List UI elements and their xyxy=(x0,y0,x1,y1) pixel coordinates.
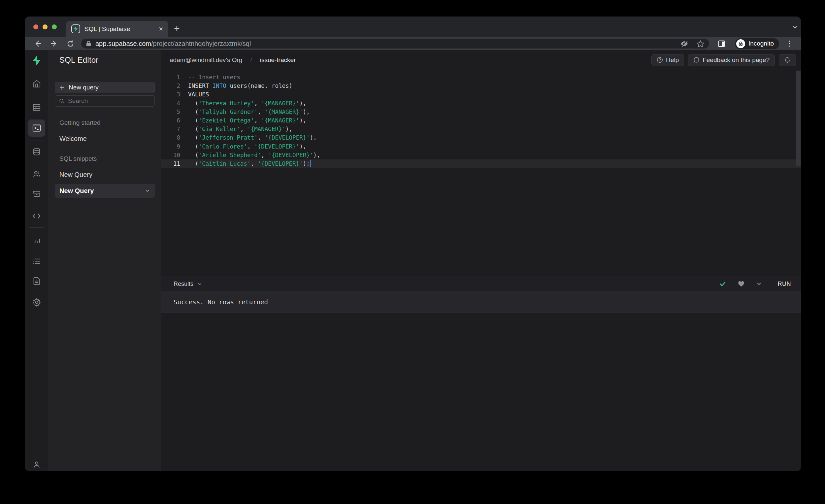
bell-icon xyxy=(784,57,791,63)
incognito-icon xyxy=(736,39,745,48)
line-number: 3 xyxy=(161,90,180,99)
sidebar-item-new-query-selected[interactable]: New Query xyxy=(55,184,155,198)
logs-icon[interactable] xyxy=(32,257,41,266)
supabase-app: SQL Editor New query Getting started Wel… xyxy=(25,50,801,471)
browser-menu-icon[interactable]: ⋮ xyxy=(786,40,793,47)
sidebar-item-welcome[interactable]: Welcome xyxy=(59,135,155,143)
run-button[interactable]: RUN xyxy=(778,281,791,287)
results-empty-area xyxy=(161,313,801,471)
url-path: /project/azahtnhqohyjerzaxtmk/sql xyxy=(151,40,251,48)
results-dropdown[interactable]: Results xyxy=(173,281,202,287)
new-tab-button[interactable]: + xyxy=(174,24,180,33)
auth-users-icon[interactable] xyxy=(32,170,41,178)
code-line[interactable]: 8 ('Jefferson Pratt', '{DEVELOPER}'), xyxy=(161,133,801,142)
bookmark-star-icon[interactable] xyxy=(696,40,704,48)
chat-bubble-icon xyxy=(693,57,699,63)
line-number: 4 xyxy=(161,99,180,107)
new-query-button[interactable]: New query xyxy=(55,82,155,93)
section-label-sql-snippets: SQL snippets xyxy=(59,155,155,162)
chevron-down-icon[interactable] xyxy=(145,188,150,194)
reports-icon[interactable] xyxy=(32,236,41,244)
code-line[interactable]: 11 ('Caitlin Lucas', '{DEVELOPER}'); xyxy=(161,159,801,168)
line-number: 11 xyxy=(161,159,180,168)
tab-close-icon[interactable]: × xyxy=(159,25,163,33)
line-number: 1 xyxy=(161,73,180,81)
tab-title: SQL | Supabase xyxy=(84,25,155,33)
database-icon[interactable] xyxy=(32,147,41,156)
browser-toolbar: app.supabase.com/project/azahtnhqohyjerz… xyxy=(25,37,801,50)
close-window-button[interactable] xyxy=(33,24,38,29)
code-line[interactable]: 2INSERT INTO users(name, roles) xyxy=(161,81,801,90)
search-icon xyxy=(59,98,65,104)
line-number: 5 xyxy=(161,107,180,116)
line-number: 10 xyxy=(161,151,180,159)
storage-icon[interactable] xyxy=(32,190,41,198)
line-number: 8 xyxy=(161,133,180,142)
plus-icon xyxy=(59,85,65,90)
minimize-window-button[interactable] xyxy=(43,24,48,29)
feedback-button[interactable]: Feedback on this page? xyxy=(688,54,775,66)
run-options-chevron-icon[interactable] xyxy=(756,281,762,287)
tab-search-chevron-icon[interactable] xyxy=(792,24,798,32)
line-number: 9 xyxy=(161,142,180,151)
supabase-logo-icon[interactable] xyxy=(31,55,42,67)
code-line[interactable]: 10 ('Arielle Shepherd', '{DEVELOPER}'), xyxy=(161,151,801,159)
supabase-favicon-icon xyxy=(71,24,80,33)
url-bar[interactable]: app.supabase.com/project/azahtnhqohyjerz… xyxy=(81,39,709,49)
help-circle-icon xyxy=(657,57,663,63)
incognito-badge: Incognito xyxy=(735,38,779,49)
user-account-icon[interactable] xyxy=(32,460,41,469)
sql-code-editor[interactable]: 1-- Insert users2INSERT INTO users(name,… xyxy=(161,70,801,277)
nav-rail xyxy=(25,50,49,471)
results-bar: Results RUN xyxy=(161,277,801,291)
main-header: adam@windmill.dev's Org / issue-tracker … xyxy=(161,50,801,70)
main-area: adam@windmill.dev's Org / issue-tracker … xyxy=(161,50,801,471)
page-title: SQL Editor xyxy=(59,56,99,65)
section-label-getting-started: Getting started xyxy=(59,119,155,126)
text-cursor xyxy=(310,160,311,167)
settings-gear-icon[interactable] xyxy=(32,298,41,307)
help-button[interactable]: Help xyxy=(652,54,684,66)
lock-icon xyxy=(86,41,91,47)
sidebar-item-new-query[interactable]: New Query xyxy=(59,171,155,178)
favorite-heart-icon[interactable] xyxy=(738,280,745,287)
line-number: 6 xyxy=(161,116,180,125)
sidebar-header: SQL Editor xyxy=(49,50,161,70)
search-box[interactable] xyxy=(55,95,155,106)
line-number: 2 xyxy=(161,81,180,90)
code-line[interactable]: 9 ('Carlo Flores', '{DEVELOPER}'), xyxy=(161,142,801,151)
maximize-window-button[interactable] xyxy=(52,24,57,29)
code-line[interactable]: 7 ('Gia Keller', '{MANAGER}'), xyxy=(161,125,801,133)
table-editor-icon[interactable] xyxy=(32,103,41,112)
browser-window: SQL | Supabase × + app.supabase.com/proj… xyxy=(25,16,801,471)
home-icon[interactable] xyxy=(32,79,41,88)
code-line[interactable]: 3VALUES xyxy=(161,90,801,99)
code-lines: 1-- Insert users2INSERT INTO users(name,… xyxy=(161,73,801,168)
eye-off-icon[interactable] xyxy=(680,40,688,48)
search-input[interactable] xyxy=(68,97,144,104)
traffic-lights xyxy=(33,24,57,29)
side-panel-icon[interactable] xyxy=(718,40,725,48)
breadcrumb-project[interactable]: issue-tracker xyxy=(260,57,296,64)
browser-tab[interactable]: SQL | Supabase × xyxy=(66,21,168,37)
incognito-label: Incognito xyxy=(748,40,774,47)
query-result-message: Success. No rows returned xyxy=(161,291,801,313)
line-number: 7 xyxy=(161,125,180,133)
chevron-down-icon xyxy=(197,282,202,286)
sql-editor-sidebar: SQL Editor New query Getting started Wel… xyxy=(49,50,161,471)
code-line[interactable]: 6 ('Ezekiel Ortega', '{MANAGER}'), xyxy=(161,116,801,125)
code-line[interactable]: 5 ('Taliyah Gardner', '{MANAGER}'), xyxy=(161,107,801,116)
api-docs-icon[interactable] xyxy=(32,277,41,286)
code-line[interactable]: 1-- Insert users xyxy=(161,73,801,81)
sql-editor-icon-active[interactable] xyxy=(28,120,45,137)
breadcrumb-separator: / xyxy=(250,57,252,64)
back-icon[interactable] xyxy=(34,40,42,48)
reload-icon[interactable] xyxy=(67,40,74,48)
notifications-button[interactable] xyxy=(779,54,796,66)
edge-functions-icon[interactable] xyxy=(32,212,41,220)
editor-scrollbar[interactable] xyxy=(796,71,801,166)
breadcrumb: adam@windmill.dev's Org / issue-tracker xyxy=(170,57,296,64)
code-line[interactable]: 4 ('Theresa Hurley', '{MANAGER}'), xyxy=(161,99,801,107)
breadcrumb-org[interactable]: adam@windmill.dev's Org xyxy=(170,57,242,64)
forward-icon[interactable] xyxy=(50,40,58,48)
